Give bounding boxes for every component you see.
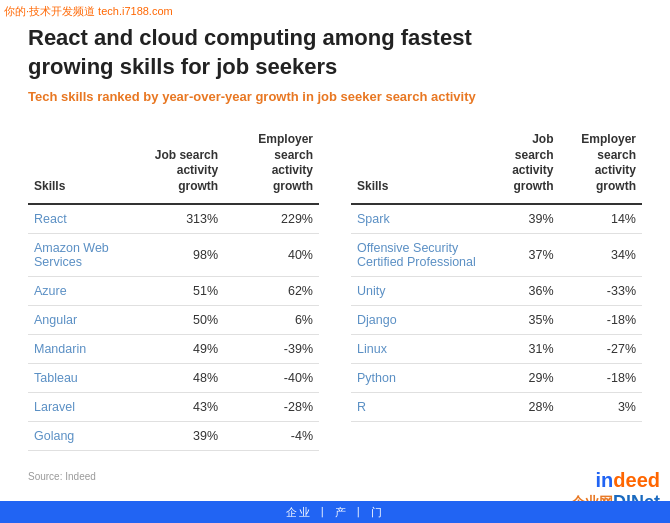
- subtitle: Tech skills ranked by year-over-year gro…: [28, 89, 642, 104]
- job-growth: 98%: [142, 233, 224, 276]
- employer-growth: -39%: [224, 334, 319, 363]
- skill-name: Unity: [351, 276, 490, 305]
- skill-name: R: [351, 392, 490, 421]
- employer-growth: -28%: [224, 392, 319, 421]
- skill-name: Python: [351, 363, 490, 392]
- skill-name: Azure: [28, 276, 142, 305]
- watermark: 你的·技术开发频道 tech.i7188.com: [4, 4, 173, 19]
- table-row: React313%229%: [28, 204, 319, 234]
- col-job-growth-left: Job searchactivity growth: [142, 128, 224, 203]
- table-left: Skills Job searchactivity growth Employe…: [28, 128, 319, 450]
- skill-name: React: [28, 204, 142, 234]
- tables-wrapper: Skills Job searchactivity growth Employe…: [28, 128, 642, 450]
- job-growth: 48%: [142, 363, 224, 392]
- table-right: Skills Job searchactivity growth Employe…: [351, 128, 642, 450]
- job-growth: 31%: [490, 334, 560, 363]
- skill-name: Offensive Security Certified Professiona…: [351, 233, 490, 276]
- bottom-bar-text: 企业 丨 产 丨 门: [286, 505, 384, 520]
- job-growth: 49%: [142, 334, 224, 363]
- table-row: Python29%-18%: [351, 363, 642, 392]
- col-skills-left: Skills: [28, 128, 142, 203]
- employer-growth: 229%: [224, 204, 319, 234]
- table-row: Azure51%62%: [28, 276, 319, 305]
- job-growth: 50%: [142, 305, 224, 334]
- table-row: Linux31%-27%: [351, 334, 642, 363]
- job-growth: 51%: [142, 276, 224, 305]
- skill-name: Tableau: [28, 363, 142, 392]
- employer-growth: 6%: [224, 305, 319, 334]
- indeed-logo: indeed: [596, 469, 660, 492]
- employer-growth: 62%: [224, 276, 319, 305]
- col-skills-right: Skills: [351, 128, 490, 203]
- employer-growth: -18%: [560, 305, 642, 334]
- job-growth: 43%: [142, 392, 224, 421]
- skill-name: Golang: [28, 421, 142, 450]
- employer-growth: 34%: [560, 233, 642, 276]
- job-growth: 39%: [490, 204, 560, 234]
- skill-name: Angular: [28, 305, 142, 334]
- table-row: Laravel43%-28%: [28, 392, 319, 421]
- table-row: Django35%-18%: [351, 305, 642, 334]
- employer-growth: -40%: [224, 363, 319, 392]
- bottom-bar: 企业 丨 产 丨 门: [0, 501, 670, 523]
- employer-growth: -4%: [224, 421, 319, 450]
- job-growth: 29%: [490, 363, 560, 392]
- employer-growth: 40%: [224, 233, 319, 276]
- job-growth: 39%: [142, 421, 224, 450]
- col-employer-growth-left: Employer searchactivity growth: [224, 128, 319, 203]
- table-row: R28%3%: [351, 392, 642, 421]
- col-employer-growth-right: Employer searchactivity growth: [560, 128, 642, 203]
- skill-name: Linux: [351, 334, 490, 363]
- source-label: Source: Indeed: [28, 471, 642, 482]
- table-row: Tableau48%-40%: [28, 363, 319, 392]
- skill-name: Mandarin: [28, 334, 142, 363]
- table-row: Golang39%-4%: [28, 421, 319, 450]
- employer-growth: -18%: [560, 363, 642, 392]
- job-growth: 28%: [490, 392, 560, 421]
- table-row: Mandarin49%-39%: [28, 334, 319, 363]
- col-job-growth-right: Job searchactivity growth: [490, 128, 560, 203]
- skill-name: Amazon Web Services: [28, 233, 142, 276]
- job-growth: 37%: [490, 233, 560, 276]
- job-growth: 36%: [490, 276, 560, 305]
- employer-growth: -33%: [560, 276, 642, 305]
- employer-growth: 3%: [560, 392, 642, 421]
- table-row: Offensive Security Certified Professiona…: [351, 233, 642, 276]
- table-row: Amazon Web Services98%40%: [28, 233, 319, 276]
- skill-name: Laravel: [28, 392, 142, 421]
- skill-name: Django: [351, 305, 490, 334]
- table-row: Spark39%14%: [351, 204, 642, 234]
- employer-growth: -27%: [560, 334, 642, 363]
- job-growth: 35%: [490, 305, 560, 334]
- table-row: Unity36%-33%: [351, 276, 642, 305]
- page-title: React and cloud computing among fastest …: [28, 24, 528, 81]
- job-growth: 313%: [142, 204, 224, 234]
- employer-growth: 14%: [560, 204, 642, 234]
- skill-name: Spark: [351, 204, 490, 234]
- table-row: Angular50%6%: [28, 305, 319, 334]
